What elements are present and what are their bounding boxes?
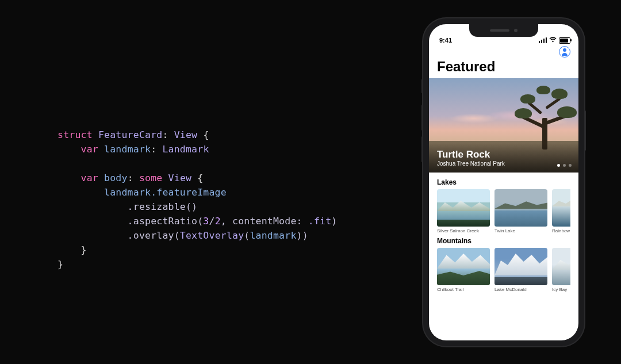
- tree-icon: [516, 92, 570, 150]
- caption: Icy Bay: [552, 287, 570, 292]
- phone-volume-up: [421, 105, 423, 131]
- thumbnail: [437, 248, 490, 285]
- thumbnail: [552, 189, 570, 227]
- caption: Lake McDonald: [494, 287, 547, 292]
- call-resizable: .resizable(): [128, 201, 198, 212]
- phone-mockup: 9:41 Featured: [423, 18, 584, 346]
- list-item[interactable]: Chilkoot Trail: [437, 248, 490, 292]
- thumbnail: [437, 189, 490, 227]
- phone-notch: [469, 24, 538, 37]
- type-view: View: [168, 173, 192, 183]
- keyword-var: var: [81, 144, 98, 155]
- call-overlay: .overlay(TextOverlay(landmark)): [128, 230, 308, 241]
- thumbnail: [494, 248, 547, 285]
- feature-title: Turtle Rock: [437, 149, 570, 160]
- phone-mute-switch: [421, 79, 423, 93]
- lakes-row[interactable]: Silver Salmon Creek Twin Lake Rainbow La: [437, 189, 570, 233]
- profile-icon[interactable]: [559, 46, 570, 58]
- phone-speaker: [490, 29, 509, 32]
- page-dot[interactable]: [557, 164, 560, 167]
- type-featurecard: FeatureCard: [98, 129, 162, 140]
- call-aspectratio: .aspectRatio(3/2, contentMode: .fit): [128, 216, 338, 227]
- list-item[interactable]: Twin Lake: [494, 189, 547, 233]
- feature-card[interactable]: Turtle Rock Joshua Tree National Park: [429, 78, 578, 173]
- type-landmark: Landmark: [162, 144, 209, 155]
- section-title: Lakes: [437, 178, 570, 186]
- section-title: Mountains: [437, 237, 570, 245]
- thumbnail: [552, 248, 570, 285]
- status-time: 9:41: [439, 37, 452, 44]
- mountains-row[interactable]: Chilkoot Trail Lake McDonald Icy Bay: [437, 248, 570, 292]
- phone-camera: [514, 29, 518, 32]
- page-dot[interactable]: [569, 164, 572, 167]
- keyword-var: var: [81, 173, 98, 183]
- signal-icon: [539, 37, 547, 43]
- code-block: struct FeatureCard: View { var landmark:…: [57, 128, 337, 271]
- section-lakes: Lakes Silver Salmon Creek Twin Lake Rain…: [429, 176, 578, 235]
- thumbnail: [494, 189, 547, 227]
- list-item[interactable]: Silver Salmon Creek: [437, 189, 490, 233]
- caption: Chilkoot Trail: [437, 287, 490, 292]
- feature-text-overlay: Turtle Rock Joshua Tree National Park: [429, 143, 578, 173]
- caption: Twin Lake: [494, 228, 547, 233]
- keyword-some: some: [139, 173, 163, 183]
- prop-landmark: landmark: [104, 144, 151, 155]
- expr-landmark-featureimage: landmark.featureImage: [104, 187, 227, 198]
- phone-power-button: [584, 110, 586, 151]
- wifi-icon: [549, 37, 557, 44]
- caption: Rainbow La: [552, 228, 570, 233]
- caption: Silver Salmon Creek: [437, 228, 490, 233]
- page-title: Featured: [429, 58, 578, 78]
- feature-subtitle: Joshua Tree National Park: [437, 160, 570, 167]
- list-item[interactable]: Icy Bay: [552, 248, 570, 292]
- list-item[interactable]: Rainbow La: [552, 189, 570, 233]
- keyword-struct: struct: [57, 129, 93, 140]
- prop-body: body: [104, 173, 128, 183]
- section-mountains: Mountains Chilkoot Trail Lake McDonald I…: [429, 235, 578, 293]
- protocol-view: View: [174, 129, 198, 140]
- phone-screen: 9:41 Featured: [429, 24, 578, 340]
- list-item[interactable]: Lake McDonald: [494, 248, 547, 292]
- battery-icon: [559, 37, 570, 44]
- phone-volume-down: [421, 136, 423, 162]
- page-dot[interactable]: [563, 164, 566, 167]
- page-dots[interactable]: [557, 164, 572, 167]
